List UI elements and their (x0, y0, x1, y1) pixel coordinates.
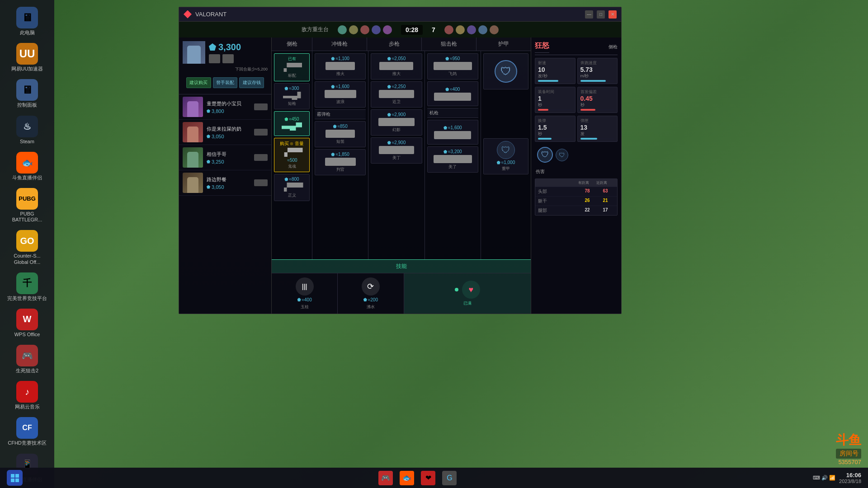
taskbar-center-icon-3[interactable]: ❤ (421, 471, 435, 485)
member-currency-4: 3,050 (207, 184, 250, 190)
category-rifle[interactable]: 步枪 (367, 38, 422, 51)
player-currency-display: 3,300 (209, 42, 268, 52)
smg-column: ≈1,100 推火 ≈1,600 波浪 (312, 51, 368, 259)
member-avatar-2 (183, 122, 203, 142)
pistol-sheriff[interactable]: ≈800 正义 (274, 174, 310, 201)
pistol-shorty[interactable]: ≈300 短枪 (274, 83, 310, 109)
category-smg[interactable]: 冲锋枪 (312, 38, 367, 51)
svg-rect-3 (15, 479, 19, 482)
pistol-ghost[interactable]: 购买 ⊙ 音量 ≈500 鬼魂 (274, 138, 310, 172)
category-pistol[interactable]: 侧枪 (272, 38, 312, 51)
member-name-2: 你是来拉屎的奶 (207, 126, 250, 132)
pistol-frenzy[interactable]: ≈450 (274, 111, 310, 136)
taskbar-icon-control-panel[interactable]: 🖥 控制面板 (5, 77, 50, 110)
sniper-outlaw[interactable]: ≈400 (427, 81, 478, 106)
taskbar-icon-perfectworld[interactable]: 千 完美世界竞技平台 (5, 270, 50, 304)
mg-odin-name: 美了 (448, 164, 457, 170)
run-speed-label: 奔跑速度 (580, 60, 615, 66)
taskbar-icon-pubg[interactable]: PUBG PUBG BATTLEGR... (5, 186, 50, 225)
category-sniper[interactable]: 狙击枪 (422, 38, 476, 51)
shotgun-judge[interactable]: ≈1,850 判官 (315, 149, 366, 175)
taskbar-label-douyu-companion: 斗鱼直播伴侣 (12, 175, 42, 181)
minimize-button[interactable]: — (585, 10, 593, 19)
mg-ares-price: ≈1,600 (443, 125, 462, 130)
rifle-phantom[interactable]: ≈2,900 幻影 (371, 109, 422, 136)
team-member-4: 路边野餐 3,050 (179, 170, 271, 196)
rifle-guardian-name: 近卫 (392, 99, 401, 105)
mg-header: 机枪 (427, 108, 478, 118)
rifle-guardian[interactable]: ≈2,250 近卫 (371, 81, 422, 108)
smg-spectre-name: 波浪 (336, 99, 344, 105)
armor-column: 🛡 🛡 ≈1,000 重甲 (481, 51, 531, 259)
shotgun-bucky[interactable]: ≈850 短笛 (315, 121, 366, 147)
loadout-button[interactable]: 替手装配 (213, 77, 238, 88)
windows-start-button[interactable] (7, 470, 23, 486)
member-name-4: 路边野餐 (207, 176, 250, 183)
taskbar-icon-steam[interactable]: ♨ Steam (5, 113, 50, 147)
member-currency-3: 3,250 (207, 159, 250, 164)
pistol-sheriff-name: 正义 (288, 192, 296, 198)
smg-spectre-price: ≈1,600 (331, 84, 349, 89)
pistol-classic-name: 标配 (288, 73, 296, 79)
taskbar-label-uu: 网易UU加速器 (11, 66, 43, 72)
taskbar-icon-wps[interactable]: W WPS Office (5, 306, 50, 340)
equip-time-value: 1 (538, 95, 572, 102)
taskbar-icon-cfhd[interactable]: CF CFHD竞赛技术区 (5, 415, 50, 448)
taskbar-label-pubg: PUBG BATTLEGR... (7, 211, 47, 223)
stat-fire-rate: 射速 10 发/秒 (535, 58, 576, 84)
recommend-button[interactable]: 建议存钱 (239, 77, 264, 88)
mag-label: 弹匣 (580, 118, 615, 124)
pistol-classic[interactable]: 已有 标配 (274, 53, 310, 81)
date-display: 2023/8/18 (839, 479, 861, 484)
shop-grid: 已有 标配 ≈300 短枪 (272, 51, 531, 259)
leg-near-val: 22 (578, 207, 596, 214)
valorant-logo-icon (184, 10, 192, 19)
pistol-ghost-price: 购买 ⊙ 音量 (280, 141, 304, 147)
member-avatar-4 (183, 173, 203, 193)
taskbar-icon-douyu-companion[interactable]: 🐟 斗鱼直播伴侣 (5, 150, 50, 183)
taskbar-icon-cs[interactable]: GO Counter-S... Global Off... (5, 228, 50, 267)
abilities-row: 技能 (272, 259, 531, 273)
sniper-marshal[interactable]: ≈950 飞鸽 (427, 53, 478, 80)
mag-unit: 发 (580, 131, 615, 137)
taskbar-center-icon-4[interactable]: G (442, 471, 457, 485)
team-panel: 3,300 下回合最少≈5,200 建议购买 替手装配 建议存钱 (179, 38, 272, 314)
taskbar-label-netease-music: 网易云音乐 (15, 404, 40, 410)
maximize-button[interactable]: □ (597, 10, 605, 19)
abilities-label: 技能 (396, 263, 407, 270)
windows-logo-icon (10, 474, 19, 483)
member-info-4: 路边野餐 3,050 (207, 176, 250, 190)
taskbar-icon-uu-booster[interactable]: UU 网易UU加速器 (5, 41, 50, 74)
taskbar-icon-my-computer[interactable]: 🖥 此电脑 (5, 5, 50, 38)
armor-heavy[interactable]: 🛡 (483, 53, 528, 89)
taskbar-center-icon-1[interactable]: 🎮 (378, 471, 393, 485)
close-button[interactable]: ✕ (609, 10, 617, 19)
stats-grid-bottom: 换弹 1.5 秒 弹匣 13 发 (535, 116, 618, 142)
smg-spectre[interactable]: ≈1,600 波浪 (315, 81, 366, 108)
armor-shield[interactable]: 🛡 ≈1,000 重甲 (483, 138, 528, 174)
rifle-bulldog[interactable]: ≈2,050 推大 (371, 53, 422, 80)
ability-3-icon: ♥ (462, 281, 480, 299)
ability-2[interactable]: ⟳ ≈200 沸水 (338, 273, 404, 314)
buy-button[interactable]: 建议购买 (186, 77, 211, 88)
stat-run-speed: 奔跑速度 5.73 m/秒 (577, 58, 618, 84)
shop-main: 侧枪 冲锋枪 步枪 狙击枪 护甲 已有 标配 (272, 38, 531, 314)
member-currency-1: 3,800 (207, 108, 250, 114)
ability-1[interactable]: ||| ≈400 玉桂 (272, 273, 338, 314)
taskbar-center-icon-2[interactable]: 🐟 (400, 471, 414, 485)
armor-heavy-price: ≈1,000 (497, 160, 515, 165)
smg-stinger[interactable]: ≈1,100 推火 (315, 53, 366, 80)
mg-ares[interactable]: ≈1,600 (427, 120, 478, 145)
stat-equip-time: 装备时间 1 秒 (535, 87, 576, 113)
taskbar-icon-survival[interactable]: 🎮 生死狙击2 (5, 343, 50, 376)
currency-sub-label: 下回合最少≈5,200 (183, 66, 268, 72)
rifle-vandal[interactable]: ≈2,900 美丁 (371, 137, 422, 164)
ability-3[interactable]: ♥ 已满 (404, 273, 531, 314)
mg-odin[interactable]: ≈3,200 美了 (427, 146, 478, 173)
team-member-3: 相信手哥 3,250 (179, 145, 271, 170)
shop-categories: 侧枪 冲锋枪 步枪 狙击枪 护甲 (272, 38, 531, 51)
damage-header-row: 有距离 近距离 (535, 179, 617, 187)
taskbar-icon-netease-music[interactable]: ♪ 网易云音乐 (5, 379, 50, 412)
damage-col-part (538, 180, 578, 185)
category-armor[interactable]: 护甲 (476, 38, 531, 51)
